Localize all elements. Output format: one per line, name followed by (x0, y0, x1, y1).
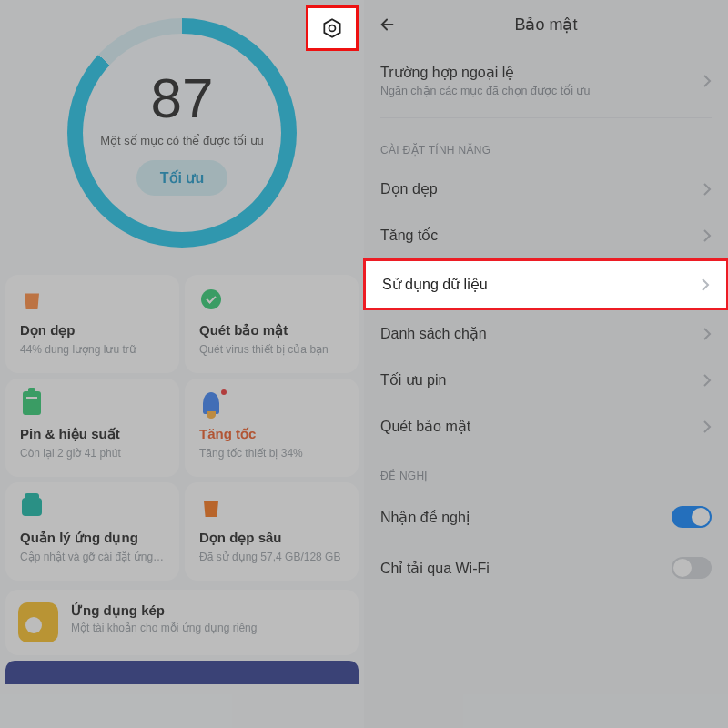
chevron-right-icon (703, 420, 712, 434)
tile-sub: Cập nhật và gỡ cài đặt ứng… (20, 550, 165, 564)
toggle-receive-suggestions[interactable] (672, 506, 712, 528)
row-wifi-only[interactable]: Chỉ tải qua Wi-Fi (364, 542, 728, 593)
tile-title: Quản lý ứng dụng (20, 530, 165, 546)
row-data-usage[interactable]: Sử dụng dữ liệu (363, 258, 728, 310)
svg-point-1 (329, 25, 336, 32)
row-boost[interactable]: Tăng tốc (364, 212, 728, 258)
dual-apps-banner[interactable]: Ứng dụng kép Một tài khoản cho mỗi ứng d… (5, 590, 359, 655)
tile-title: Tăng tốc (199, 426, 344, 442)
row-exceptions[interactable]: Trường hợp ngoại lệ Ngăn chặn các mục đã… (364, 49, 728, 112)
tile-sub: 44% dung lượng lưu trữ (20, 342, 165, 357)
score-value: 87 (151, 70, 214, 126)
row-sub: Ngăn chặn các mục đã chọn được tối ưu (380, 84, 703, 97)
shield-check-icon (201, 289, 221, 309)
row-label: Tăng tốc (380, 227, 703, 244)
row-label: Sử dụng dữ liệu (382, 276, 701, 293)
banner-sub: Một tài khoản cho mỗi ứng dụng riêng (71, 622, 257, 634)
row-label: Nhận đề nghị (380, 509, 672, 526)
score-ring: 87 Một số mục có thể được tối ưu Tối ưu (67, 18, 297, 248)
tile-security-scan[interactable]: Quét bảo mật Quét virus thiết bị của bạn (185, 275, 359, 373)
tile-sub: Tăng tốc thiết bị 34% (199, 446, 344, 460)
row-cleanup[interactable]: Dọn dẹp (364, 166, 728, 212)
chevron-right-icon (703, 373, 712, 388)
security-settings-panel: Bảo mật Trường hợp ngoại lệ Ngăn chặn cá… (364, 0, 728, 728)
score-subtitle: Một số mục có thể được tối ưu (100, 134, 264, 147)
svg-marker-0 (324, 19, 339, 37)
tile-manage-apps[interactable]: Quản lý ứng dụng Cập nhật và gỡ cài đặt … (5, 482, 179, 581)
banner-title: Ứng dụng kép (71, 602, 257, 619)
promo-strip (5, 661, 359, 684)
tile-title: Dọn dẹp sâu (199, 530, 344, 546)
row-label: Dọn dẹp (380, 180, 703, 197)
row-title: Trường hợp ngoại lệ (380, 64, 703, 81)
row-receive-suggestions[interactable]: Nhận đề nghị (364, 491, 728, 542)
tile-title: Pin & hiệu suất (20, 426, 165, 442)
tile-sub: Quét virus thiết bị của bạn (199, 342, 344, 357)
row-label: Danh sách chặn (380, 325, 703, 342)
tile-sub: Đã sử dụng 57,4 GB/128 GB (199, 550, 344, 564)
tile-boost[interactable]: Tăng tốc Tăng tốc thiết bị 34% (185, 379, 359, 477)
section-header-features: CÀI ĐẶT TÍNH NĂNG (364, 124, 728, 166)
settings-button[interactable] (306, 5, 359, 51)
tile-cleanup[interactable]: Dọn dẹp 44% dung lượng lưu trữ (5, 275, 179, 373)
battery-icon (23, 391, 41, 415)
rocket-icon (203, 392, 219, 414)
tile-sub: Còn lại 2 giờ 41 phút (20, 446, 165, 460)
row-battery-opt[interactable]: Tối ưu pin (364, 357, 728, 403)
toggle-wifi-only[interactable] (672, 557, 712, 579)
tile-battery[interactable]: Pin & hiệu suất Còn lại 2 giờ 41 phút (5, 379, 179, 477)
chevron-right-icon (703, 182, 712, 197)
row-blocklist[interactable]: Danh sách chặn (364, 310, 728, 357)
apps-icon (22, 498, 42, 516)
tile-title: Dọn dẹp (20, 322, 165, 339)
chevron-right-icon (703, 327, 712, 341)
row-security-scan[interactable]: Quét bảo mật (364, 403, 728, 450)
trash-icon (23, 289, 41, 309)
chevron-right-icon (701, 278, 710, 292)
row-label: Tối ưu pin (380, 371, 703, 389)
divider (380, 117, 712, 118)
gear-hex-icon (320, 16, 344, 40)
page-title: Bảo mật (375, 15, 717, 35)
security-dashboard: 87 Một số mục có thể được tối ưu Tối ưu … (0, 0, 364, 728)
deep-clean-icon (202, 497, 220, 517)
row-label: Chỉ tải qua Wi-Fi (380, 560, 672, 577)
row-label: Quét bảo mật (380, 418, 703, 435)
tile-deep-clean[interactable]: Dọn dẹp sâu Đã sử dụng 57,4 GB/128 GB (185, 482, 359, 581)
optimize-button[interactable]: Tối ưu (136, 160, 228, 196)
chevron-right-icon (703, 228, 712, 243)
notification-dot-icon (221, 389, 227, 395)
tile-title: Quét bảo mật (199, 322, 344, 339)
dual-apps-icon (18, 602, 58, 642)
section-header-suggest: ĐỀ NGHỊ (364, 450, 728, 491)
chevron-right-icon (703, 74, 712, 88)
